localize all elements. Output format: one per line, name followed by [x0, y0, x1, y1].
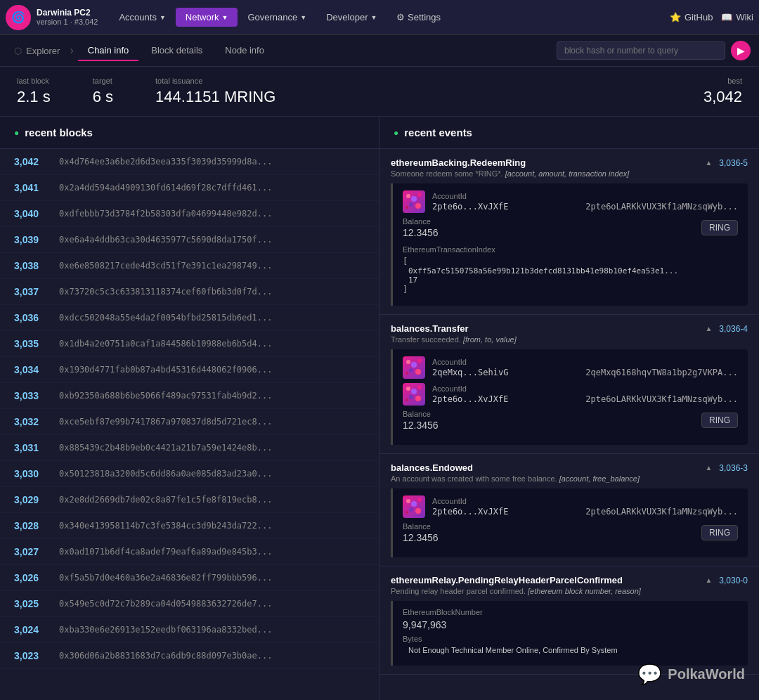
account-full: 2pte6oLARKkVUX3Kf1aMNzsqWyb... — [522, 202, 738, 212]
recent-blocks-panel: ● recent blocks 3,042 0x4d764ee3a6be2d6d… — [0, 117, 379, 700]
event-section: ethereumRelay.PendingRelayHeaderParcelCo… — [379, 566, 759, 675]
event-header: ethereumBacking.RedeemRing Someone redee… — [391, 157, 748, 178]
block-row[interactable]: 3,029 0x2e8dd2669db7de02c8a87fe1c5fe8f81… — [0, 487, 379, 513]
field-label: AccountId — [432, 358, 738, 366]
block-number: 3,039 — [14, 234, 48, 245]
collapse-button[interactable]: ▲ — [702, 323, 715, 334]
svg-point-8 — [417, 358, 422, 363]
block-number: 3,032 — [14, 416, 48, 427]
block-number: 3,036 — [14, 312, 48, 323]
block-row[interactable]: 3,023 0x306d06a2b8831683d7ca6db9c88d097e… — [0, 643, 379, 669]
block-row[interactable]: 3,035 0x1db4a2e0751a0caf1a844586b10988eb… — [0, 331, 379, 357]
block-row[interactable]: 3,040 0xdfebbb73d3784f2b58303dfa04699448… — [0, 201, 379, 227]
tab-node-info[interactable]: Node info — [215, 41, 274, 61]
currency-badge: RING — [701, 220, 738, 235]
block-row[interactable]: 3,027 0x0ad1071b6df4ca8adef79eaf6a89ad9e… — [0, 539, 379, 565]
tx-label: EthereumTransactionIndex — [403, 245, 738, 254]
nav-network[interactable]: Network ▼ — [176, 8, 238, 27]
tx-block: EthereumTransactionIndex [ 0xff5a7c51507… — [403, 245, 738, 294]
event-ref: 3,036-5 — [719, 158, 748, 168]
account-icon — [403, 383, 425, 406]
event-ref: 3,030-0 — [719, 576, 748, 585]
balance-row: Balance 12.3456 RING — [403, 410, 738, 431]
block-number: 3,033 — [14, 390, 48, 401]
field-label: AccountId — [432, 497, 738, 505]
balance-info: Balance 12.3456 — [403, 217, 439, 238]
block-row[interactable]: 3,025 0x549e5c0d72c7b289ca04d05498836327… — [0, 591, 379, 617]
block-row[interactable]: 3,028 0x340e413958114b7c3fe5384cc3d9b243… — [0, 513, 379, 539]
block-hash: 0x4d764ee3a6be2d6d3eea335f3039d35999d8a.… — [59, 157, 272, 167]
eth-block-section: EthereumBlockNumber 9,947,963 — [403, 608, 738, 630]
header-dot-icon: ● — [14, 128, 19, 138]
tx-bracket-open: [ — [403, 257, 738, 266]
nav-developer[interactable]: Developer ▼ — [316, 8, 387, 27]
block-row[interactable]: 3,034 0x1930d4771fab0b87a4bd45316d448062… — [0, 357, 379, 383]
svg-point-15 — [409, 395, 413, 399]
account-short: 2pte6o...XvJXfE — [432, 507, 508, 517]
search-button[interactable]: ▶ — [731, 41, 751, 60]
event-title: balances.Transfer — [391, 323, 517, 334]
brand-logo: 🌀 — [6, 5, 31, 30]
brand-sub: version 1 · #3,042 — [37, 18, 98, 27]
event-params: [account, free_balance] — [559, 474, 640, 483]
breadcrumb: ⬡ Explorer — [8, 43, 65, 59]
block-number: 3,042 — [14, 156, 48, 167]
field-label: AccountId — [432, 192, 738, 200]
block-number: 3,038 — [14, 260, 48, 271]
tab-block-details[interactable]: Block details — [141, 41, 212, 61]
event-title-area: balances.Endowed An account was created … — [391, 462, 640, 483]
account-icon — [403, 190, 425, 213]
block-number: 3,028 — [14, 520, 48, 531]
balance-label: Balance — [403, 410, 439, 418]
nav-right: ⭐ GitHub 📖 Wiki — [670, 12, 753, 22]
block-hash: 0x73720c5c3c633813118374cef60fb6b3d0f7d.… — [59, 287, 272, 297]
block-row[interactable]: 3,036 0xdcc502048a55e4da2f0054bfbd25815d… — [0, 305, 379, 331]
nav-settings[interactable]: ⚙ Settings — [387, 8, 450, 27]
block-hash: 0x340e413958114b7c3fe5384cc3d9b243da722.… — [59, 521, 272, 531]
svg-point-19 — [411, 501, 417, 507]
block-row[interactable]: 3,039 0xe6a4a4ddb63ca30d4635977c5690d8da… — [0, 227, 379, 253]
svg-point-5 — [406, 206, 408, 209]
stat-best: best 3,042 — [703, 77, 742, 106]
block-row[interactable]: 3,042 0x4d764ee3a6be2d6d3eea335f3039d359… — [0, 149, 379, 175]
github-icon: ⭐ — [670, 12, 681, 22]
wiki-link[interactable]: 📖 Wiki — [721, 12, 753, 22]
block-row[interactable]: 3,030 0x50123818a3200d5c6dd86a0ae085d83a… — [0, 461, 379, 487]
svg-point-18 — [406, 499, 410, 503]
eth-block-value: 9,947,963 — [403, 619, 738, 630]
svg-point-22 — [415, 508, 421, 514]
block-row[interactable]: 3,024 0xba330e6e26913e152eedbf063196aa83… — [0, 617, 379, 643]
block-row[interactable]: 3,026 0xf5a5b7d0e460a36e2a46836e82ff799b… — [0, 565, 379, 591]
event-header: ethereumRelay.PendingRelayHeaderParcelCo… — [391, 575, 748, 595]
block-row[interactable]: 3,033 0xb92350a688b6be5066f489ac97531fab… — [0, 383, 379, 409]
block-row[interactable]: 3,037 0x73720c5c3c633813118374cef60fb6b3… — [0, 279, 379, 305]
svg-point-11 — [406, 372, 408, 375]
event-body: AccountId 2qeMxq...SehivG 2qeMxq6168hqvT… — [391, 349, 748, 445]
tab-chain-info[interactable]: Chain info — [78, 41, 139, 61]
developer-arrow-icon: ▼ — [370, 14, 377, 21]
main-content: ● recent blocks 3,042 0x4d764ee3a6be2d6d… — [0, 117, 759, 700]
search-input[interactable] — [557, 41, 725, 60]
svg-point-17 — [406, 398, 408, 401]
nav-accounts[interactable]: Accounts ▼ — [109, 8, 175, 27]
block-row[interactable]: 3,038 0xe6e8508217cede4d3cd51f7e391c1ea2… — [0, 253, 379, 279]
svg-point-4 — [415, 203, 421, 209]
collapse-button[interactable]: ▲ — [702, 157, 715, 168]
block-number: 3,025 — [14, 598, 48, 609]
svg-point-23 — [406, 511, 408, 514]
event-desc: Pending relay header parcel confirmed. [… — [391, 587, 641, 595]
github-link[interactable]: ⭐ GitHub — [670, 12, 713, 22]
block-hash: 0x50123818a3200d5c6dd86a0ae085d83ad23a0.… — [59, 469, 272, 479]
wiki-icon: 📖 — [721, 12, 732, 22]
event-body: EthereumBlockNumber 9,947,963 Bytes Not … — [391, 601, 748, 666]
block-row[interactable]: 3,031 0x885439c2b48b9eb0c4421a21b7a59e14… — [0, 435, 379, 461]
nav-governance[interactable]: Governance ▼ — [238, 8, 316, 27]
event-params: [from, to, value] — [463, 335, 517, 344]
tx-bracket-close: ] — [403, 285, 738, 294]
collapse-button[interactable]: ▲ — [702, 462, 715, 473]
block-hash: 0xba330e6e26913e152eedbf063196aa8332bed.… — [59, 625, 272, 635]
block-row[interactable]: 3,032 0xce5ebf87e99b7417867a970837d8d5d7… — [0, 409, 379, 435]
tx-num: 17 — [403, 276, 738, 285]
block-row[interactable]: 3,041 0x2a4dd594ad4909130fd614d69f28c7df… — [0, 175, 379, 201]
collapse-button[interactable]: ▲ — [702, 575, 715, 585]
